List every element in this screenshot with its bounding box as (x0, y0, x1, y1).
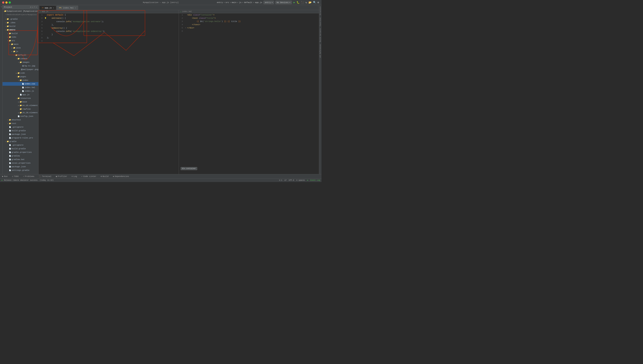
tab-close-indexhml[interactable]: ✕ (75, 7, 76, 9)
tree-bgtv[interactable]: 🖼bg-tv.jpg (3, 64, 38, 68)
debug-button[interactable]: 🐛 (296, 0, 300, 4)
tree-app-js[interactable]: 📄app.js (3, 93, 38, 96)
tree-idea-folder[interactable]: ▾📁.idea (3, 21, 38, 24)
tree-local-props[interactable]: 📄local.properties (3, 161, 38, 165)
no-devices-dropdown[interactable]: No Devices ▾ (275, 1, 292, 4)
code-editor-right[interactable]: 1 <div class="container"> 2 <text class=… (179, 13, 319, 174)
build-variants-label[interactable]: Build Variants (320, 28, 321, 42)
tree-gradle-folder[interactable]: ▾📁.gradle (3, 17, 38, 21)
tree-index-js[interactable]: 📄index.js (3, 89, 38, 93)
indent: 4 spaces (296, 179, 305, 181)
stop-button[interactable]: ⬛ (301, 0, 304, 4)
tree-base[interactable]: ▶📁base (3, 100, 38, 104)
minimize-button[interactable] (6, 2, 8, 4)
tree-entry-folder[interactable]: ▾📁entry (3, 28, 38, 32)
tree-root-packagejson[interactable]: 📄package.json (3, 165, 38, 168)
breadcrumb-main[interactable]: main (232, 2, 236, 4)
tree-pages-folder[interactable]: ▾📁pages (3, 75, 38, 78)
event-log-label[interactable]: Event Log (310, 179, 320, 181)
project-icon[interactable]: P (0, 6, 2, 8)
tree-gradlew[interactable]: 📄gradlew (3, 154, 38, 158)
problems-label: Problems (25, 175, 35, 178)
tree-entry-packagejson[interactable]: 📄package.json (3, 132, 38, 136)
code-linter-button[interactable]: ✓ Code Linter (81, 175, 97, 178)
project-root[interactable]: ▾ 📁 MyApplication2 [MyApplication] (3, 9, 38, 13)
project-panel: Project ⚙ ↻ ≡ ✕ ▾ 📁 MyApplication2 [MyAp… (3, 5, 39, 174)
code-editor-left[interactable]: 1 export default { 2 💡 onCreate() { 3 (39, 13, 179, 174)
tree-images-folder[interactable]: ▾📁images (3, 60, 38, 64)
api-references-label[interactable]: API References (320, 44, 321, 58)
tree-i18n[interactable]: ▶📁i18n (3, 71, 38, 75)
tree-test[interactable]: ▾📁test (3, 122, 38, 125)
gear-icon[interactable]: ⚙ (30, 6, 31, 8)
maximize-button[interactable] (9, 2, 11, 4)
breadcrumb-js[interactable]: js (239, 2, 241, 4)
tree-build-folder[interactable]: ▾📁build (3, 24, 38, 28)
problems-button[interactable]: ✓ Problems (22, 175, 35, 178)
breadcrumb-entry[interactable]: entry (217, 2, 223, 4)
tree-index-css[interactable]: 📄index.css (3, 82, 38, 86)
sync-icon[interactable]: ↻ (32, 6, 33, 8)
tree-root-buildgradle[interactable]: 📄build.gradle (3, 147, 38, 150)
tree-gradlew-bat[interactable]: 📄gradlew.bat (3, 158, 38, 161)
tab-index-hml[interactable]: HML index.hml ✕ (57, 6, 78, 10)
run-button[interactable]: ▶ Run (2, 175, 8, 178)
tree-rawfile[interactable]: 📁rawfile (3, 107, 38, 111)
breadcrumb-default[interactable]: default (244, 2, 252, 4)
terminal-button[interactable]: ⬛ Terminal (38, 175, 52, 178)
code-line-3: 3 console.info('AceApplication onCreate'… (39, 20, 179, 23)
profiler-button[interactable]: ◉ Profiler (55, 175, 68, 178)
line-col: 1:1 (279, 179, 282, 181)
encoding: UTF-8 (289, 179, 294, 181)
tree-gradle-props[interactable]: 📄gradle.properties (3, 150, 38, 154)
tree-entry-build[interactable]: ▾📁build (3, 32, 38, 35)
close-button[interactable] (2, 2, 4, 4)
settings-button[interactable]: ⚙ (317, 0, 319, 4)
structure-label[interactable]: Structure (320, 6, 321, 15)
root-path: ~/DevEcoStudioProjects/MyApplica (3, 13, 38, 16)
editor-area: JS app.js ✕ HML index.hml ✕ ✓ app.js (39, 5, 319, 174)
tree-root-gitignore[interactable]: 📄.gitignore (3, 143, 38, 147)
code-line-6: 6 console.info('AceApplication onDestroy… (39, 30, 179, 33)
tab-app-js[interactable]: JS app.js ✕ (39, 6, 56, 10)
breadcrumb-src[interactable]: src (226, 2, 229, 4)
settings-icon[interactable]: ≡ (34, 6, 35, 8)
breadcrumb-file[interactable]: app.js (255, 2, 262, 4)
tree-en-us[interactable]: ▶📁en_US.element (3, 104, 38, 107)
tree-src-folder[interactable]: ▾📁src (3, 39, 38, 42)
tree-js-folder[interactable]: ▶📁js (3, 50, 38, 53)
tree-index-folder[interactable]: ▾📁index (3, 78, 38, 82)
tree-proguard[interactable]: 📄proguard-rules.pro (3, 136, 38, 140)
tree-main-folder[interactable]: ▾📁main (3, 42, 38, 46)
tree-config-json[interactable]: 📄config.json (3, 114, 38, 118)
search-button[interactable]: 🔍 (313, 0, 316, 4)
dependencies-button[interactable]: ◈ Dependencies (112, 175, 130, 178)
tree-entry-buildgradle[interactable]: 📄build.gradle (3, 129, 38, 132)
tree-entry-gitignore[interactable]: 📄.gitignore (3, 125, 38, 129)
run-action-button[interactable]: ▶ (293, 0, 295, 4)
status-left: ● Release remote emulator success. (toda… (2, 179, 54, 181)
right-panel-path: index.hml (182, 10, 192, 12)
log-button[interactable]: ≡ Log (71, 175, 78, 178)
tree-index-hml[interactable]: 📄index.hml (3, 86, 38, 89)
tree-root-gradle[interactable]: ▾📁gradle (3, 140, 38, 143)
close-panel-icon[interactable]: ✕ (36, 6, 37, 8)
tree-common-folder[interactable]: ▾📁common (3, 57, 38, 60)
tree-zh-cn[interactable]: ▶📁zh_CN.element (3, 111, 38, 114)
todo-button[interactable]: ☑ TODO (11, 175, 19, 178)
log-icon: ≡ (72, 175, 73, 178)
tree-resources-folder[interactable]: ▾📁resources (3, 96, 38, 100)
tree-default-folder[interactable]: ▾📁default (3, 53, 38, 57)
open-file-button[interactable]: 📂 (308, 0, 312, 4)
tree-wallpaper[interactable]: 🖼Wallpaper.png (3, 68, 38, 71)
sync-button[interactable]: ↻ (305, 0, 307, 4)
tree-java-folder[interactable]: ▶📁java (3, 46, 38, 50)
todo-label: TODO (14, 175, 19, 178)
run-config-dropdown[interactable]: entry ▾ (264, 1, 274, 4)
tree-settings-gradle[interactable]: 📄settings.gradle (3, 168, 38, 172)
tree-entry-libs[interactable]: ▾📁libs (3, 35, 38, 39)
favorites-label[interactable]: Favorites (320, 18, 321, 26)
tab-close-appjs[interactable]: ✕ (53, 7, 54, 9)
build-button[interactable]: ⚙ Build (100, 175, 109, 178)
tree-ohostest[interactable]: ▾📁ohosTest (3, 118, 38, 122)
